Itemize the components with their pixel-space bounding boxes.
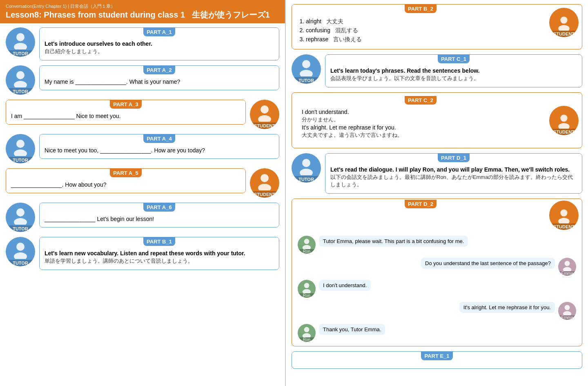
- part-b1-header: PART B_1: [143, 237, 175, 246]
- part-c1-header: PART C_1: [438, 55, 470, 63]
- part-a4-box: PART A_4 Nice to meet you too, _________…: [39, 134, 279, 159]
- dialogue-ron-1: Ron Tutor Emma, please wait. This part i…: [298, 236, 576, 254]
- svg-point-6: [16, 140, 24, 148]
- part-d2-title: PART D_2: [405, 200, 437, 208]
- part-b1-body: Let's learn new vocabulary. Listen and r…: [40, 246, 279, 270]
- part-a6-box: PART A_6 ________________ Let's begin ou…: [39, 203, 279, 228]
- part-a1-box: PART A_1 Let's introduce ourselves to ea…: [39, 27, 279, 60]
- student-label-c2: STUDENT: [549, 129, 579, 135]
- student-avatar-a3: STUDENT: [250, 100, 279, 129]
- part-a5-box: PART A_5 ________________. How about you…: [6, 168, 246, 193]
- svg-point-1: [14, 43, 27, 49]
- student-label-a3: STUDENT: [250, 123, 279, 129]
- part-c2-header: PART C_2: [405, 96, 437, 105]
- vocab-item-2: confusing 混乱する: [306, 27, 543, 34]
- left-panel: Conversation(Entry Chapter 1) | 日常会話（入門１…: [0, 0, 286, 386]
- svg-point-18: [560, 114, 567, 121]
- part-b1-box: PART B_1 Let's learn new vocabulary. Lis…: [39, 237, 279, 270]
- part-d1-box: PART D_1 Let's read the dialogue. I will…: [325, 153, 582, 194]
- part-e1-wrap: PART E_1: [292, 351, 582, 369]
- part-a3-box: PART A_3 I am ________________ Nice to m…: [6, 100, 246, 125]
- header-bar: Conversation(Entry Chapter 1) | 日常会話（入門１…: [0, 0, 285, 23]
- part-a6-row: TUTOR PART A_6 ________________ Let's be…: [6, 203, 279, 232]
- part-a6-header: PART A_6: [143, 203, 175, 212]
- part-a1-body: Let's introduce ourselves to each other.…: [40, 36, 279, 60]
- svg-point-12: [16, 243, 24, 251]
- part-a5-header: PART A_5: [110, 169, 141, 177]
- part-e1-header: PART E_1: [421, 352, 452, 360]
- part-a2-header: PART A_2: [143, 66, 175, 74]
- vocab-list: alright 大丈夫 confusing 混乱する rephrase 言い換え…: [292, 13, 549, 49]
- student-label-a5: STUDENT: [250, 191, 279, 198]
- svg-point-2: [16, 71, 24, 79]
- part-a3-body: I am ________________ Nice to meet you.: [6, 109, 245, 124]
- tutor-avatar-d1: TUTOR: [292, 153, 321, 183]
- part-d1-body: Let's read the dialogue. I will play Ron…: [325, 162, 582, 193]
- emma-avatar-1: Emma: [558, 258, 576, 276]
- part-c2-box: PART C_2 I don't understand. 分かりません。 It'…: [292, 92, 582, 148]
- ron-avatar-3: Ron: [298, 324, 316, 342]
- tutor-label-d1: TUTOR: [292, 176, 321, 183]
- svg-point-27: [563, 267, 571, 271]
- page-title: Lesson8: Phrases from student during cla…: [6, 9, 279, 20]
- part-b2-box: PART B_2 alright 大丈夫 confusing 混乱する: [292, 4, 582, 49]
- svg-point-22: [560, 209, 567, 216]
- left-content: TUTOR PART A_1 Let's introduce ourselves…: [0, 23, 285, 274]
- part-a4-row: TUTOR PART A_4 Nice to meet you too, ___…: [6, 134, 279, 163]
- dialogue-bubble-emma-1: Do you understand the last sentence of t…: [421, 258, 555, 269]
- part-d2-header: PART D_2 STUDENT: [292, 199, 582, 232]
- part-a2-box: PART A_2 My name is ________________. Wh…: [39, 65, 279, 90]
- tutor-label-a6: TUTOR: [6, 225, 35, 232]
- dialogue-area: Ron Tutor Emma, please wait. This part i…: [292, 232, 582, 346]
- svg-point-19: [558, 123, 570, 129]
- tutor-avatar-a1: TUTOR: [6, 27, 35, 57]
- svg-point-0: [16, 33, 24, 41]
- dialogue-bubble-ron-3: Thank you, Tutor Emma.: [319, 324, 385, 335]
- dialogue-emma-2: Emma It's alright. Let me rephrase it fo…: [298, 302, 576, 320]
- svg-point-11: [14, 218, 27, 225]
- part-c1-box: PART C_1 Let's learn today's phrases. Re…: [325, 54, 582, 87]
- part-c2-content: PART C_2 I don't understand. 分かりません。 It'…: [292, 93, 549, 148]
- student-label-b2: STUDENT: [549, 31, 579, 37]
- part-a2-body: My name is ________________. What is you…: [40, 74, 279, 90]
- tutor-label-a4: TUTOR: [6, 157, 35, 163]
- part-d2-box: PART D_2 STUDENT: [292, 199, 582, 346]
- part-c1-row: TUTOR PART C_1 Let's learn today's phras…: [292, 54, 582, 87]
- dialogue-bubble-ron-2: I don't understand.: [319, 280, 371, 291]
- svg-point-15: [558, 25, 570, 31]
- tutor-label-c1: TUTOR: [292, 77, 321, 84]
- part-a3-row: PART A_3 I am ________________ Nice to m…: [6, 100, 279, 129]
- svg-point-33: [303, 333, 311, 337]
- part-a6-body: ________________ Let's begin our lesson!: [40, 212, 279, 227]
- student-label-d2: STUDENT: [549, 223, 579, 230]
- vocab-item-1: alright 大丈夫: [306, 18, 543, 25]
- emma-avatar-2: Emma: [558, 302, 576, 320]
- breadcrumb: Conversation(Entry Chapter 1) | 日常会話（入門１…: [6, 3, 279, 9]
- svg-point-16: [302, 60, 310, 68]
- part-a1-header: PART A_1: [143, 28, 175, 36]
- dialogue-bubble-ron-1: Tutor Emma, please wait. This part is a …: [319, 236, 468, 247]
- tutor-avatar-c1: TUTOR: [292, 54, 321, 84]
- svg-point-32: [304, 327, 310, 332]
- svg-point-4: [261, 105, 269, 114]
- dialogue-ron-3: Ron Thank you, Tutor Emma.: [298, 324, 576, 342]
- svg-point-20: [302, 159, 310, 167]
- svg-point-10: [16, 208, 24, 216]
- tutor-avatar-a2: TUTOR: [6, 65, 35, 95]
- part-d1-row: TUTOR PART D_1 Let's read the dialogue. …: [292, 153, 582, 194]
- part-a4-body: Nice to meet you too, ________________. …: [40, 143, 279, 158]
- svg-point-13: [14, 252, 27, 259]
- svg-point-9: [258, 184, 271, 190]
- part-a5-body: ________________. How about you?: [6, 177, 245, 193]
- svg-point-25: [303, 245, 311, 249]
- part-c1-body: Let's learn today's phrases. Read the se…: [325, 63, 582, 87]
- part-d1-header: PART D_1: [438, 154, 470, 162]
- svg-point-28: [304, 283, 310, 288]
- student-avatar-c2: STUDENT: [549, 106, 579, 135]
- svg-point-26: [565, 261, 570, 266]
- svg-point-8: [261, 174, 269, 182]
- part-a1-row: TUTOR PART A_1 Let's introduce ourselves…: [6, 27, 279, 60]
- dialogue-ron-2: Ron I don't understand.: [298, 280, 576, 298]
- dialogue-bubble-emma-2: It's alright. Let me rephrase it for you…: [459, 302, 555, 313]
- part-a5-row: PART A_5 ________________. How about you…: [6, 168, 279, 198]
